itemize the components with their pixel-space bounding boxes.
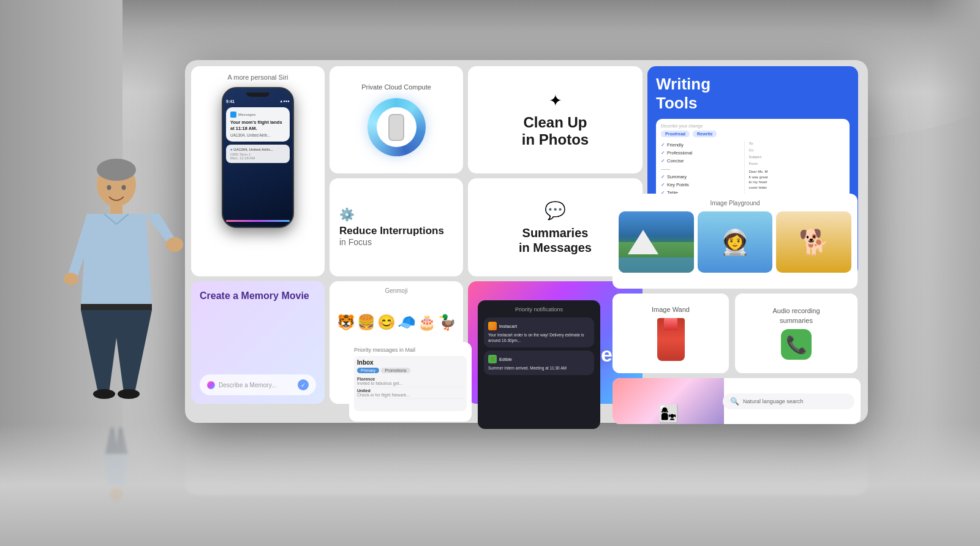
iphone-notification-2: ● UA1304, United Airlir... ORD Term 1 Mo… [226,145,290,163]
notif-app-name: Messages [238,113,256,116]
mail-ui: Inbox Primary Promotions Florence Invite… [354,356,467,411]
phone-emoji: 📞 [786,335,807,355]
image-playground-label: Image Playground [619,200,851,207]
astronaut-emoji: 👩‍🚀 [720,228,750,257]
instacart-icon: 🛒 [488,322,497,330]
email-from-line: From: [748,161,845,167]
cloud-ring-inner [377,107,417,147]
card-cloud: Private Cloud Compute [330,66,463,173]
iphone-notification: Messages Your mom's flight lands at 11:1… [226,107,290,142]
memory-input-box[interactable]: Describe a Memory... ✓ [200,374,316,395]
board-reflection [185,434,868,495]
card-priority-notif: Priority notifications 🛒 Instacart Your … [478,300,600,429]
edible-icon: 🌿 [488,355,497,363]
playground-img-astronaut: 👩‍🚀 [698,211,773,273]
cleanup-icon: ✦ [549,91,562,110]
memory-input-placeholder: Describe a Memory... [219,382,294,389]
audio-phone-icon: 📞 [781,329,812,360]
memory-title: Create a Memory Movie [200,290,316,301]
dog-emoji: 🐕 [799,228,829,257]
mountain-lake [619,257,694,273]
priority-notif-label: Priority notifications [484,306,594,313]
option-professional: ✓ Professional [661,149,741,157]
mail-item-2: United Check-in for flight Newark... [357,387,464,399]
mail-preview-1: Invited to fabulous get... [357,381,464,385]
playground-images: 👩‍🚀 🐕 [619,211,851,273]
emoji-cake: 🎂 [418,314,436,331]
option-concise: ✓ Concise [661,157,741,165]
summaries-title: Summariesin Messages [519,226,592,255]
person-hair [97,159,136,181]
summaries-icon: 💬 [545,200,566,221]
memory-submit-btn[interactable]: ✓ [298,379,309,390]
svg-point-0 [110,487,123,501]
notif-detail: UA1304, United Airlir... [230,133,285,137]
emoji-smile: 😊 [377,314,396,331]
mail-tab-primary[interactable]: Primary [357,368,379,373]
playground-img-dog: 🐕 [776,211,851,273]
writing-title: WritingTools [656,75,850,113]
card-memory: Create a Memory Movie Describe a Memory.… [191,281,325,404]
search-icon: 🔍 [730,397,739,406]
cleanup-title-line2: in Photos [522,131,589,148]
card-audio-recording: Audio recording summaries 📞 [735,294,858,373]
mail-item-1: Florence Invited to fabulous get... [357,376,464,387]
notif-card-1: 🛒 Instacart Your Instacart order is on t… [484,317,594,347]
cleanup-title: Clean Up in Photos [522,114,589,148]
reduce-subtitle: in Focus [339,237,453,248]
iphone-status-icons: ▲●●● [279,99,290,104]
iphone-screen: 9:41 ▲●●● Messages Your mom's flight lan… [223,88,293,227]
notif-2-app: Edible [499,357,512,362]
person-left-eye [107,185,111,190]
writing-btn-rewrite[interactable]: Rewrite [693,131,717,137]
notif-1-app: Instacart [499,324,517,328]
emoji-tiger: 🐯 [337,314,355,331]
search-bar[interactable]: 🔍 Natural language search [723,393,854,409]
audio-recording-label: Audio recording [772,307,820,314]
writing-btn-proofread[interactable]: Proofread [661,131,690,137]
iphone-mockup: 9:41 ▲●●● Messages Your mom's flight lan… [222,87,294,228]
wand-top [664,318,677,330]
iphone-notch [246,93,270,97]
card-cleanup: ✦ Clean Up in Photos [468,66,643,173]
card-priority-mail: Priority messages in Mail Inbox Primary … [349,342,472,422]
email-cc-line: Cc: [748,148,845,153]
mail-inbox: Inbox [357,359,464,366]
person-left-shoe [93,389,115,399]
cloud-label: Private Cloud Compute [361,83,431,91]
flight-time: Mon, 11:18 AM [230,156,285,160]
notif-card-2: 🌿 Edible Summer Intern arrived. Meeting … [484,351,594,375]
card-siri: A more personal Siri 9:41 ▲●●● [191,66,325,276]
mail-tabs: Primary Promotions [357,368,464,373]
mail-sender-1: Florence [357,377,464,381]
cleanup-title-line1: Clean Up [523,114,587,131]
emoji-duck: 🦆 [438,314,456,331]
person-neck [110,203,123,214]
person-right-hand [166,237,183,252]
people-emoji: 👩‍👧 [658,404,679,424]
siri-label: A more personal Siri [227,74,288,81]
emoji-cap: 🧢 [398,314,416,331]
search-bar-area: 🔍 Natural language search [717,378,861,424]
writing-toolbar: Proofread Rewrite [661,131,845,137]
writing-panel-top-label: Describe your change [661,124,845,128]
audio-summaries-label: summaries [780,317,813,324]
card-natural-search: 👩‍👧 🔍 Natural language search [612,378,861,424]
card-image-playground: Image Playground 👩‍🚀 🐕 [612,194,858,289]
option-key-points: ✓ Key Points [661,181,741,189]
search-placeholder: Natural language search [743,398,803,404]
person-left-hand [64,273,78,285]
reflection-bg [185,434,868,495]
genmoji-label: Genmoji [334,287,458,294]
notif-header: Messages [230,112,285,118]
mail-tab-promo[interactable]: Promotions [381,368,410,373]
option-summary: ✓ Summary [661,173,741,181]
reduce-icon: ⚙️ [339,207,453,222]
flight-info: ● UA1304, United Airlir... [230,148,285,151]
priority-mail-label: Priority messages in Mail [354,347,467,353]
mountain-peak [628,230,658,254]
image-wand-label: Image Wand [652,306,690,313]
notif-1-header: 🛒 Instacart [488,322,590,330]
search-people: 👩‍👧 [612,404,724,424]
email-subject-line: Subject: [748,154,845,160]
